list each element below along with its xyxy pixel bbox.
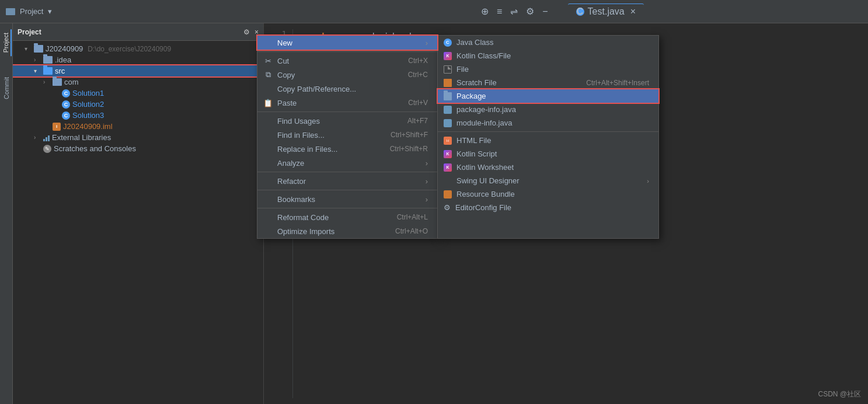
sub-item-package[interactable]: Package [438, 89, 658, 103]
tab-test-java[interactable]: C Test.java × [568, 4, 644, 19]
ctx-item-analyze[interactable]: Analyze › [257, 156, 437, 170]
tab-filename: Test.java [588, 6, 625, 17]
ctx-paste-shortcut: Ctrl+V [408, 99, 428, 107]
icon-layout[interactable]: ⇌ [510, 6, 518, 17]
ctx-replace-files-label: Replace in Files... [277, 145, 385, 154]
title-bar-icons: ⊕ ≡ ⇌ ⚙ − C Test.java × [263, 4, 862, 19]
swing-label: Swing UI Designer [456, 176, 642, 185]
project-panel: Project ⚙ × ▾ J20240909 D:\do_exercise\J… [13, 23, 264, 404]
com-folder-icon [53, 78, 62, 86]
module-info-label: module-info.java [456, 119, 649, 127]
kotlin-script-icon: K [444, 150, 452, 158]
package-info-icon [444, 106, 452, 114]
ctx-analyze-icon [263, 158, 273, 168]
ctx-item-replace-files[interactable]: Replace in Files... Ctrl+Shift+R [257, 142, 437, 156]
tree-item-idea[interactable]: › .idea [13, 54, 263, 65]
ctx-separator-4 [257, 190, 437, 190]
ctx-find-files-icon [263, 130, 273, 140]
ctx-item-copy-path[interactable]: Copy Path/Reference... [257, 82, 437, 96]
ctx-copy-path-label: Copy Path/Reference... [277, 85, 428, 93]
ctx-optimize-shortcut: Ctrl+Alt+O [395, 227, 428, 235]
context-menu: New › ✂ Cut Ctrl+X ⧉ Copy Ctrl+C Copy Pa… [257, 35, 438, 239]
scratches-icon: ✎ [43, 145, 51, 153]
sub-item-html-file[interactable]: H HTML File [438, 134, 658, 147]
tree-item-solution3[interactable]: › C Solution3 [13, 110, 263, 121]
src-arrow: ▾ [34, 68, 41, 74]
scratch-file-icon [444, 79, 452, 87]
ctx-item-find-usages[interactable]: Find Usages Alt+F7 [257, 114, 437, 128]
sub-item-swing[interactable]: Swing UI Designer › [438, 174, 658, 187]
sub-item-kotlin-worksheet[interactable]: K Kotlin Worksheet [438, 161, 658, 174]
ctx-cut-label: Cut [277, 57, 403, 65]
ctx-analyze-arrow: › [426, 159, 428, 168]
sub-item-file[interactable]: File [438, 62, 658, 76]
ctx-item-new[interactable]: New › [257, 36, 437, 50]
ctx-find-files-label: Find in Files... [277, 131, 386, 140]
context-menu-container: New › ✂ Cut Ctrl+X ⧉ Copy Ctrl+C Copy Pa… [257, 35, 659, 239]
ctx-item-paste[interactable]: 📋 Paste Ctrl+V [257, 96, 437, 110]
ctx-separator-3 [257, 172, 437, 172]
sub-item-scratch-file[interactable]: Scratch File Ctrl+Alt+Shift+Insert [438, 76, 658, 89]
sub-item-java-class[interactable]: C Java Class [438, 36, 658, 49]
swing-icon [444, 177, 452, 185]
scratches-label: Scratches and Consoles [54, 144, 136, 153]
sub-item-package-info[interactable]: package-info.java [438, 103, 658, 116]
editorconfig-label: EditorConfig File [455, 203, 649, 212]
html-file-icon: H [444, 137, 452, 145]
ctx-item-optimize[interactable]: Optimize Imports Ctrl+Alt+O [257, 224, 437, 238]
project-label[interactable]: Project [20, 7, 43, 16]
tree-root[interactable]: ▾ J20240909 D:\do_exercise\J20240909 [13, 43, 263, 54]
ctx-item-find-files[interactable]: Find in Files... Ctrl+Shift+F [257, 128, 437, 142]
tree-item-solution1[interactable]: › C Solution1 [13, 88, 263, 99]
icon-minimize[interactable]: − [542, 6, 548, 17]
project-dropdown-arrow[interactable]: ▾ [48, 7, 52, 16]
package-info-label: package-info.java [456, 105, 649, 114]
tab-c-icon: C [576, 8, 584, 16]
icon-target[interactable]: ⊕ [481, 6, 489, 17]
title-bar: Project ▾ ⊕ ≡ ⇌ ⚙ − C Test.java × [0, 0, 868, 23]
sidebar-tab-project[interactable]: Project [1, 29, 12, 56]
sidebar-tab-commit[interactable]: Commit [2, 74, 11, 103]
sub-item-kotlin-class[interactable]: K Kotlin Class/File [438, 49, 658, 62]
file-icon [444, 65, 452, 74]
tree-item-scratches[interactable]: › ✎ Scratches and Consoles [13, 143, 263, 154]
ctx-find-usages-label: Find Usages [277, 117, 403, 126]
ctx-item-refactor[interactable]: Refactor › [257, 174, 437, 188]
tree-item-src[interactable]: ▾ src [13, 65, 263, 76]
tree-item-com[interactable]: › com [13, 76, 263, 88]
scratch-file-label: Scratch File [456, 78, 581, 87]
ctx-find-usages-shortcut: Alt+F7 [407, 117, 428, 125]
java-class-icon: C [444, 39, 452, 47]
ctx-find-usages-icon [263, 116, 273, 126]
project-folder-icon [6, 8, 15, 15]
package-label: Package [456, 92, 649, 100]
tree-item-ext-libs[interactable]: › External Libraries [13, 132, 263, 143]
ext-libs-label: External Libraries [52, 133, 111, 142]
tree-item-solution2[interactable]: › C Solution2 [13, 99, 263, 110]
icon-structure[interactable]: ≡ [497, 6, 502, 17]
panel-settings-icon[interactable]: ⚙ [243, 28, 250, 36]
ctx-reformat-shortcut: Ctrl+Alt+L [397, 213, 428, 221]
solution1-label: Solution1 [72, 89, 104, 97]
ctx-item-copy[interactable]: ⧉ Copy Ctrl+C [257, 68, 437, 82]
icon-settings[interactable]: ⚙ [526, 6, 534, 17]
tree-item-iml[interactable]: › i J20240909.iml [13, 121, 263, 132]
sub-item-editorconfig[interactable]: ⚙ EditorConfig File [438, 201, 658, 214]
sub-item-resource-bundle[interactable]: Resource Bundle [438, 187, 658, 201]
iml-icon: i [53, 123, 61, 131]
tab-close-button[interactable]: × [630, 6, 636, 17]
ctx-item-cut[interactable]: ✂ Cut Ctrl+X [257, 54, 437, 68]
ctx-new-icon [263, 38, 273, 47]
ctx-paste-icon: 📋 [263, 98, 273, 107]
sub-item-module-info[interactable]: module-info.java [438, 116, 658, 130]
sub-item-kotlin-script[interactable]: K Kotlin Script [438, 147, 658, 161]
swing-arrow: › [647, 177, 649, 184]
solution3-class-icon: C [62, 112, 70, 120]
kotlin-worksheet-icon: K [444, 163, 452, 172]
ctx-item-bookmarks[interactable]: Bookmarks › [257, 192, 437, 206]
root-name: J20240909 [46, 44, 83, 53]
panel-header: Project ⚙ × [13, 23, 263, 41]
title-bar-left: Project ▾ [6, 7, 263, 16]
solution1-class-icon: C [62, 89, 70, 97]
ctx-item-reformat[interactable]: Reformat Code Ctrl+Alt+L [257, 210, 437, 224]
